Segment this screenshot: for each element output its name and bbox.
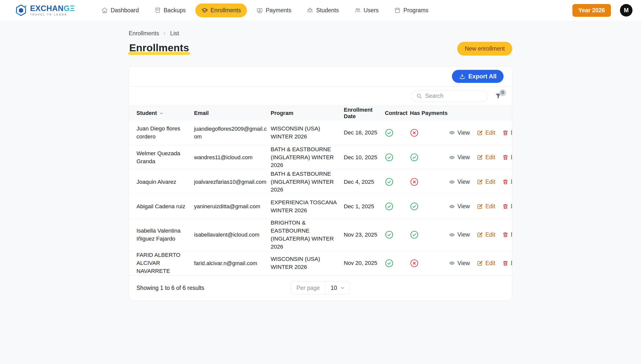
delete-label: Delete <box>511 203 512 210</box>
trash-icon <box>502 203 509 210</box>
table-row: Juan Diego flores cordero juandiegoflore… <box>129 120 512 145</box>
edit-button[interactable]: Edit <box>477 129 495 136</box>
per-page-select[interactable]: 10 <box>326 282 350 294</box>
new-enrollment-button[interactable]: New enrollment <box>457 42 512 56</box>
nav-item-payments[interactable]: Payments <box>250 4 297 17</box>
student-email: wandres11@icloud.com <box>194 153 271 161</box>
export-all-button[interactable]: Export All <box>452 70 504 83</box>
check-circle-icon <box>385 230 403 239</box>
view-label: View <box>457 129 470 136</box>
edit-button[interactable]: Edit <box>477 154 495 161</box>
user-avatar[interactable]: M <box>620 4 632 17</box>
student-name: FARID ALBERTO ALCIVAR NAVARRETE <box>136 251 194 275</box>
edit-pencil-icon <box>477 232 483 238</box>
student-name: Juan Diego flores cordero <box>136 125 194 141</box>
view-label: View <box>457 260 470 267</box>
trash-icon <box>502 130 509 136</box>
has-payments-status <box>410 230 449 239</box>
table-row: FARID ALBERTO ALCIVAR NAVARRETE farid.al… <box>129 251 512 275</box>
table-row: Joaquin Alvarez joalvarezfarias10@gmail.… <box>129 169 512 194</box>
nav-item-dashboard[interactable]: Dashboard <box>95 4 145 17</box>
edit-button[interactable]: Edit <box>477 231 495 238</box>
nav-label: Programs <box>403 7 428 14</box>
enrollment-date: Dec 4, 2025 <box>344 178 385 186</box>
view-button[interactable]: View <box>449 203 470 210</box>
edit-button[interactable]: Edit <box>477 178 495 185</box>
app-logo[interactable]: EXCHANGΞ TRAVEL TO LEARN <box>15 4 75 17</box>
student-name: Isabella Valentina Iñiguez Fajardo <box>136 227 194 243</box>
edit-label: Edit <box>485 154 495 161</box>
main-content: Enrollments List Enrollments New enrollm… <box>129 21 512 301</box>
student-name: Joaquin Alvarez <box>136 178 194 186</box>
edit-pencil-icon <box>477 203 483 210</box>
delete-button[interactable]: Delete <box>502 154 512 161</box>
has-payments-status <box>410 259 449 268</box>
edit-button[interactable]: Edit <box>477 203 495 210</box>
calendar-icon <box>394 7 401 14</box>
view-button[interactable]: View <box>449 154 470 161</box>
nav-item-backups[interactable]: Backups <box>148 4 192 17</box>
logo-hexagon-icon <box>15 4 28 17</box>
filter-button[interactable]: 0 <box>495 92 502 100</box>
eye-icon <box>449 260 455 266</box>
enrollment-date: Nov 23, 2025 <box>344 231 385 239</box>
home-icon <box>101 7 108 14</box>
edit-button[interactable]: Edit <box>477 260 495 267</box>
eye-icon <box>449 154 455 161</box>
nav-item-users[interactable]: Users <box>348 4 385 17</box>
has-payments-status <box>410 128 449 137</box>
view-button[interactable]: View <box>449 178 470 185</box>
program-name: BATH & EASTBOURNE (INGLATERRA) WINTER 20… <box>271 145 344 169</box>
trash-icon <box>502 260 509 266</box>
nav-label: Enrollments <box>211 7 241 14</box>
column-header-contract: Contract <box>385 110 410 116</box>
view-label: View <box>457 203 470 210</box>
archive-icon <box>154 7 161 14</box>
edit-pencil-icon <box>477 179 483 185</box>
x-circle-icon <box>410 128 442 137</box>
breadcrumb-enrollments[interactable]: Enrollments <box>129 30 159 37</box>
column-header-has-payments: Has Payments <box>410 110 449 116</box>
delete-button[interactable]: Delete <box>502 178 512 185</box>
nav-item-programs[interactable]: Programs <box>388 4 434 17</box>
view-button[interactable]: View <box>449 129 470 136</box>
check-circle-icon <box>385 259 403 268</box>
program-name: EXPERIENCIA TOSCANA WINTER 2026 <box>271 199 344 215</box>
student-name: Abigail Cadena ruiz <box>136 203 194 211</box>
contract-status <box>385 230 410 239</box>
year-selector-button[interactable]: Year 2026 <box>572 4 611 17</box>
enrollment-date: Dec 1, 2025 <box>344 203 385 211</box>
column-header-student[interactable]: Student <box>136 110 194 116</box>
nav-item-enrollments[interactable]: Enrollments <box>195 4 247 17</box>
has-payments-status <box>410 202 449 211</box>
delete-button[interactable]: Delete <box>502 260 512 267</box>
delete-label: Delete <box>511 231 512 238</box>
chevron-down-icon <box>159 111 164 116</box>
nav-label: Students <box>316 7 339 14</box>
contract-status <box>385 202 410 211</box>
edit-label: Edit <box>485 203 495 210</box>
delete-label: Delete <box>511 154 512 161</box>
table-footer: Showing 1 to 6 of 6 results Per page 10 <box>129 275 512 300</box>
per-page-control: Per page 10 <box>291 281 350 294</box>
search-input[interactable] <box>425 93 483 99</box>
eye-icon <box>449 179 455 185</box>
table-header: Student Email Program Enrollment Date Co… <box>129 106 512 120</box>
check-circle-icon <box>410 202 442 211</box>
results-summary: Showing 1 to 6 of 6 results <box>136 285 291 291</box>
delete-button[interactable]: Delete <box>502 203 512 210</box>
delete-button[interactable]: Delete <box>502 231 512 238</box>
breadcrumb: Enrollments List <box>129 30 512 37</box>
download-icon <box>459 73 465 80</box>
delete-button[interactable]: Delete <box>502 129 512 136</box>
edit-label: Edit <box>485 231 495 238</box>
student-email: juandiegoflores2009@gmail.com <box>194 125 271 140</box>
contract-status <box>385 153 410 162</box>
trash-icon <box>502 154 509 160</box>
view-button[interactable]: View <box>449 260 470 267</box>
nav-label: Users <box>364 7 379 14</box>
search-icon <box>416 93 422 99</box>
view-button[interactable]: View <box>449 231 470 238</box>
edit-pencil-icon <box>477 130 483 136</box>
nav-item-students[interactable]: Students <box>301 4 345 17</box>
